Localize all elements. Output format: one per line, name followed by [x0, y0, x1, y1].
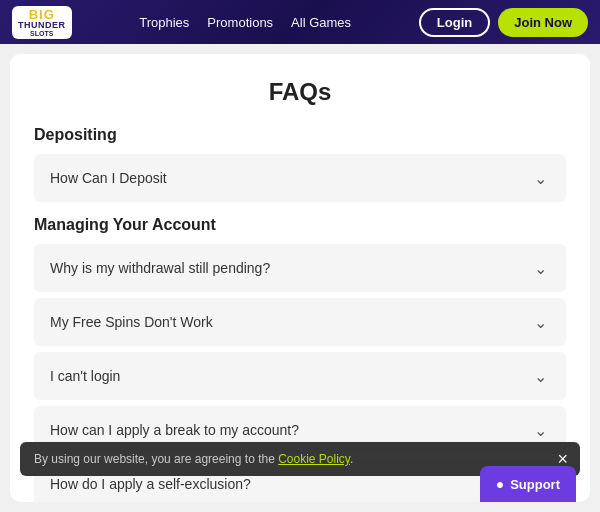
faq-item-freespins[interactable]: My Free Spins Don't Work ⌄: [34, 298, 566, 346]
main-content: FAQs Depositing How Can I Deposit ⌄ Mana…: [10, 54, 590, 502]
login-button[interactable]: Login: [419, 8, 490, 37]
nav-trophies[interactable]: Trophies: [139, 15, 189, 30]
cookie-text-before: By using our website, you are agreeing t…: [34, 452, 278, 466]
faq-item-login[interactable]: I can't login ⌄: [34, 352, 566, 400]
logo-big-text: BIG: [29, 8, 55, 21]
section-managing-title: Managing Your Account: [34, 216, 566, 234]
cookie-policy-link[interactable]: Cookie Policy: [278, 452, 350, 466]
logo-thunder-text: THUNDER: [18, 21, 66, 30]
faq-freespins-label: My Free Spins Don't Work: [50, 314, 213, 330]
chevron-down-icon: ⌄: [530, 312, 550, 332]
support-icon: ●: [496, 476, 504, 492]
logo-box: BIG THUNDER SLOTS: [12, 6, 72, 39]
chevron-down-icon: ⌄: [530, 258, 550, 278]
nav-promotions[interactable]: Promotions: [207, 15, 273, 30]
support-button[interactable]: ● Support: [480, 466, 576, 502]
page-title: FAQs: [34, 78, 566, 106]
support-label: Support: [510, 477, 560, 492]
cookie-text: By using our website, you are agreeing t…: [34, 452, 353, 466]
logo: BIG THUNDER SLOTS: [12, 6, 72, 39]
chevron-down-icon: ⌄: [530, 168, 550, 188]
join-button[interactable]: Join Now: [498, 8, 588, 37]
chevron-down-icon: ⌄: [530, 366, 550, 386]
faq-withdrawal-label: Why is my withdrawal still pending?: [50, 260, 270, 276]
nav-all-games[interactable]: All Games: [291, 15, 351, 30]
faq-item-deposit[interactable]: How Can I Deposit ⌄: [34, 154, 566, 202]
faq-deposit-label: How Can I Deposit: [50, 170, 167, 186]
logo-slots-text: SLOTS: [30, 30, 53, 37]
faq-login-label: I can't login: [50, 368, 120, 384]
header: BIG THUNDER SLOTS Trophies Promotions Al…: [0, 0, 600, 44]
section-depositing: Depositing How Can I Deposit ⌄: [34, 126, 566, 202]
section-depositing-title: Depositing: [34, 126, 566, 144]
header-buttons: Login Join Now: [419, 8, 588, 37]
nav-links: Trophies Promotions All Games: [139, 15, 351, 30]
faq-break-label: How can I apply a break to my account?: [50, 422, 299, 438]
chevron-down-icon: ⌄: [530, 420, 550, 440]
faq-item-withdrawal[interactable]: Why is my withdrawal still pending? ⌄: [34, 244, 566, 292]
faq-self-exclusion-label: How do I apply a self-exclusion?: [50, 476, 251, 492]
